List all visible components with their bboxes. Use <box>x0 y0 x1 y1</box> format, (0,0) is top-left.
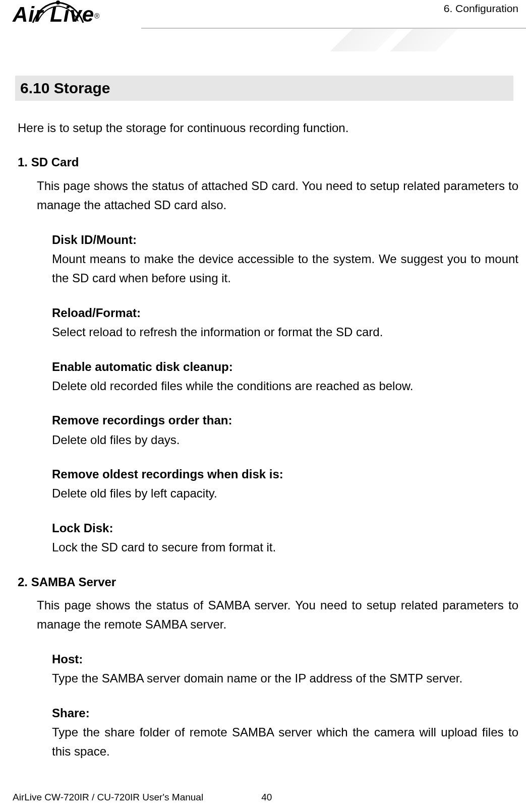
sub-item-disk-mount: Disk ID/Mount: Mount means to make the d… <box>52 230 518 288</box>
item-description: This page shows the status of attached S… <box>37 176 518 215</box>
sub-description: Type the share folder of remote SAMBA se… <box>52 723 518 762</box>
item-title: SAMBA Server <box>31 575 116 589</box>
header-gradient-decoration <box>247 29 526 51</box>
content-area: Here is to setup the storage for continu… <box>0 101 526 762</box>
sub-title: Lock Disk: <box>52 519 518 538</box>
sub-item-host: Host: Type the SAMBA server domain name … <box>52 650 518 689</box>
sub-title: Share: <box>52 704 518 723</box>
item-sd-card: 1. SD Card <box>18 153 518 172</box>
footer-page-number: 40 <box>261 792 272 803</box>
sub-description: Lock the SD card to secure from format i… <box>52 538 518 557</box>
sub-description: Mount means to make the device accessibl… <box>52 249 518 288</box>
section-heading: 6.10 Storage <box>15 76 513 101</box>
sub-item-reload-format: Reload/Format: Select reload to refresh … <box>52 303 518 342</box>
sub-description: Delete old files by days. <box>52 430 518 450</box>
item-number: 1. <box>18 153 28 172</box>
item-number: 2. <box>18 573 28 592</box>
sub-item-remove-oldest: Remove oldest recordings when disk is: D… <box>52 465 518 504</box>
footer-manual-title: AirLive CW-720IR / CU-720IR User's Manua… <box>13 792 203 803</box>
sub-item-remove-older: Remove recordings order than: Delete old… <box>52 411 518 450</box>
sub-title: Enable automatic disk cleanup: <box>52 357 518 377</box>
intro-text: Here is to setup the storage for continu… <box>18 118 518 138</box>
chapter-label: 6. Configuration <box>444 3 518 15</box>
sub-item-share: Share: Type the share folder of remote S… <box>52 704 518 762</box>
sub-description: Delete old files by left capacity. <box>52 484 518 503</box>
sub-title: Remove oldest recordings when disk is: <box>52 465 518 484</box>
sub-description: Delete old recorded files while the cond… <box>52 377 518 396</box>
item-description: This page shows the status of SAMBA serv… <box>37 596 518 635</box>
sub-title: Host: <box>52 650 518 669</box>
sub-title: Reload/Format: <box>52 303 518 323</box>
sub-title: Disk ID/Mount: <box>52 230 518 249</box>
sub-description: Type the SAMBA server domain name or the… <box>52 669 518 688</box>
sub-item-lock-disk: Lock Disk: Lock the SD card to secure fr… <box>52 519 518 557</box>
logo-swoosh-icon <box>30 0 86 25</box>
svg-point-0 <box>56 1 60 5</box>
page-footer: AirLive CW-720IR / CU-720IR User's Manua… <box>13 792 513 803</box>
sub-item-auto-cleanup: Enable automatic disk cleanup: Delete ol… <box>52 357 518 396</box>
registered-icon: ® <box>94 12 99 20</box>
item-samba-server: 2. SAMBA Server <box>18 573 518 592</box>
sub-description: Select reload to refresh the information… <box>52 323 518 342</box>
logo: Air Live® <box>13 3 99 27</box>
item-title: SD Card <box>31 155 79 169</box>
page-header: Air Live® 6. Configuration <box>0 0 526 66</box>
sub-title: Remove recordings order than: <box>52 411 518 430</box>
